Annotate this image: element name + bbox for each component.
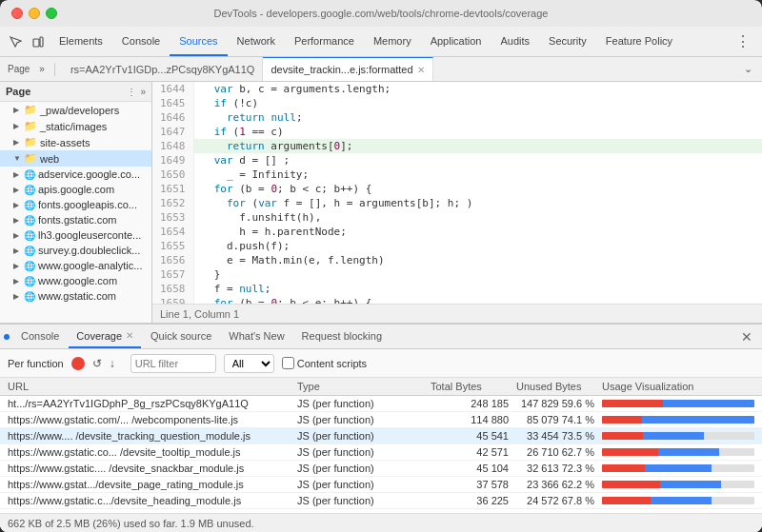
more-options-icon[interactable]: ⋮ xyxy=(728,32,758,50)
sidebar-item-www-google[interactable]: ▶ 🌐 www.google.com xyxy=(0,273,151,288)
coverage-summary: 662 KB of 2.5 MB (26%) used so far. 1.9 … xyxy=(8,518,254,529)
col-header-type[interactable]: Type xyxy=(297,381,431,392)
col-header-url[interactable]: URL xyxy=(8,381,297,392)
cell-url: ht.../rs=AA2YrTv1IGDphP_8g_rszPCsqy8KYgA… xyxy=(8,398,297,409)
export-icon[interactable]: ↓ xyxy=(110,357,115,370)
table-row[interactable]: ht.../rs=AA2YrTv1IGDphP_8g_rszPCsqy8KYgA… xyxy=(0,396,762,412)
sidebar-item-www-gstatic[interactable]: ▶ 🌐 www.gstatic.com xyxy=(0,288,151,304)
nav-item-performance[interactable]: Performance xyxy=(285,27,364,56)
cell-url: https://www.... /devsite_tracking_questi… xyxy=(8,430,297,442)
editor-tab-end: ⌄ xyxy=(738,61,758,77)
sidebar-item-lh3[interactable]: ▶ 🌐 lh3.googleuserconte... xyxy=(0,227,151,243)
page-label: Page xyxy=(4,62,33,76)
code-line: 1658 f = null; xyxy=(152,282,762,296)
maximize-button[interactable] xyxy=(46,8,57,19)
nav-item-memory[interactable]: Memory xyxy=(364,27,421,56)
sidebar-item-static-images[interactable]: ▶ 📁 _static/images xyxy=(0,118,151,134)
sidebar-item-google-analytics[interactable]: ▶ 🌐 www.google-analytic... xyxy=(0,258,151,273)
cell-viz xyxy=(602,432,754,440)
bottom-tab-whats-new[interactable]: What's New xyxy=(221,325,291,348)
nav-item-application[interactable]: Application xyxy=(421,27,491,56)
close-button[interactable] xyxy=(11,8,23,19)
folder-arrow-icon: ▶ xyxy=(13,246,21,255)
cell-viz xyxy=(602,497,754,504)
type-filter-select[interactable]: All JS CSS xyxy=(224,354,274,373)
code-line: 1659 for (b = 0; b < e; b++) { xyxy=(152,296,762,304)
window-title: DevTools - developers.google.com/web/too… xyxy=(214,8,549,19)
cell-type: JS (per function) xyxy=(297,414,431,425)
sidebar-item-pwa[interactable]: ▶ 📁 _pwa/developers xyxy=(0,102,151,118)
nav-item-audits[interactable]: Audits xyxy=(491,27,539,56)
sidebar-item-adservice[interactable]: ▶ 🌐 adservice.google.co... xyxy=(0,167,151,182)
folder-arrow-icon: ▶ xyxy=(13,201,21,209)
devtools-main: Page » rs=AA2YrTv1IGDp...zPCsqy8KYgA11Q … xyxy=(0,57,762,532)
editor-tab-1[interactable]: rs=AA2YrTv1IGDp...zPCsqy8KYgA11Q xyxy=(63,57,264,81)
sidebar-item-fonts-gstatic[interactable]: ▶ 🌐 fonts.gstatic.com xyxy=(0,212,151,227)
minimize-button[interactable] xyxy=(29,8,40,19)
page-expand-icon[interactable]: » xyxy=(35,62,49,76)
col-header-viz[interactable]: Usage Visualization xyxy=(602,381,754,392)
folder-arrow-icon: ▼ xyxy=(13,154,21,163)
device-toggle-icon[interactable] xyxy=(27,30,50,53)
cell-viz xyxy=(602,400,754,407)
table-row[interactable]: https://www.gstatic.c.../devsite_heading… xyxy=(0,493,762,509)
folder-arrow-icon: ▶ xyxy=(13,277,21,286)
col-header-unused[interactable]: Unused Bytes xyxy=(516,381,602,392)
content-scripts-label: Content scripts xyxy=(297,358,367,369)
cell-type: JS (per function) xyxy=(297,446,431,458)
table-row[interactable]: https://www.gstatic.co... /devsite_toolt… xyxy=(0,444,762,461)
sidebar-item-site-assets[interactable]: ▶ 📁 site-assets xyxy=(0,134,151,150)
sidebar-item-apis[interactable]: ▶ 🌐 apis.google.com xyxy=(0,182,151,197)
code-line: 1650 _ = Infinity; xyxy=(152,167,762,182)
nav-item-network[interactable]: Network xyxy=(228,27,285,56)
inspect-icon[interactable] xyxy=(4,30,27,53)
nav-item-elements[interactable]: Elements xyxy=(50,27,112,56)
sidebar-item-fonts-apis[interactable]: ▶ 🌐 fonts.googleapis.co... xyxy=(0,197,151,212)
content-area: Page ⋮ » ▶ 📁 _pwa/developers ▶ 📁 _static… xyxy=(0,82,762,323)
table-row[interactable]: https://www.... /devsite_tracking_questi… xyxy=(0,428,762,444)
col-header-total[interactable]: Total Bytes xyxy=(431,381,516,392)
folder-arrow-icon: ▶ xyxy=(13,186,21,194)
code-line: 1647 if (1 == c) xyxy=(152,125,762,139)
table-row[interactable]: https://www.gstat.../devsite_page_rating… xyxy=(0,477,762,493)
collapse-panel-icon[interactable]: ⌄ xyxy=(738,61,758,77)
cell-viz xyxy=(602,481,754,488)
sidebar: Page ⋮ » ▶ 📁 _pwa/developers ▶ 📁 _static… xyxy=(0,82,152,323)
table-row[interactable]: https://www.gstatic.com/... /webcomponen… xyxy=(0,412,762,428)
code-editor[interactable]: 1644 var b, c = arguments.length; 1645 i… xyxy=(152,82,762,304)
url-filter-input[interactable] xyxy=(130,354,216,373)
code-line: 1654 h = h.parentNode; xyxy=(152,225,762,239)
nav-item-console[interactable]: Console xyxy=(112,27,170,56)
cell-viz xyxy=(602,448,754,456)
record-button[interactable] xyxy=(71,357,85,370)
bottom-tab-coverage[interactable]: Coverage ✕ xyxy=(69,325,141,348)
cell-unused: 24 572 67.8 % xyxy=(516,495,602,506)
coverage-tab-close[interactable]: ✕ xyxy=(126,330,133,341)
editor-tab-bar: Page » rs=AA2YrTv1IGDp...zPCsqy8KYgA11Q … xyxy=(0,57,762,82)
toolbar-end: ⋮ xyxy=(728,32,758,50)
status-bar: Line 1, Column 1 xyxy=(152,304,762,323)
table-row[interactable]: https://www.gstatic.... /devsite_snackba… xyxy=(0,461,762,477)
editor-tab-2[interactable]: devsite_trackin...e.js:formatted ✕ xyxy=(263,57,432,81)
content-scripts-checkbox[interactable]: Content scripts xyxy=(282,357,367,369)
sidebar-item-survey[interactable]: ▶ 🌐 survey.g.doubleclick... xyxy=(0,243,151,258)
sidebar-expand-icon[interactable]: » xyxy=(140,87,146,97)
sidebar-item-web[interactable]: ▼ 📁 web xyxy=(0,150,151,167)
cell-unused: 26 710 62.7 % xyxy=(516,446,602,458)
content-scripts-check[interactable] xyxy=(282,357,294,369)
refresh-icon[interactable]: ↺ xyxy=(92,357,102,370)
bottom-tab-quick-source[interactable]: Quick source xyxy=(143,325,219,348)
close-bottom-panel-icon[interactable]: ✕ xyxy=(735,329,758,345)
sidebar-more-icon[interactable]: ⋮ xyxy=(127,87,136,97)
nav-item-feature-policy[interactable]: Feature Policy xyxy=(596,27,682,56)
bottom-tab-console[interactable]: Console xyxy=(13,325,67,348)
cell-total: 37 578 xyxy=(431,479,516,490)
nav-item-security[interactable]: Security xyxy=(539,27,596,56)
editor-tab-2-close[interactable]: ✕ xyxy=(417,65,425,75)
sidebar-title: Page xyxy=(6,86,30,97)
nav-item-sources[interactable]: Sources xyxy=(170,27,227,56)
code-line: 1644 var b, c = arguments.length; xyxy=(152,82,762,96)
cell-total: 45 104 xyxy=(431,463,516,474)
bottom-tab-request-blocking[interactable]: Request blocking xyxy=(294,325,390,348)
code-line: 1645 if (!c) xyxy=(152,96,762,110)
